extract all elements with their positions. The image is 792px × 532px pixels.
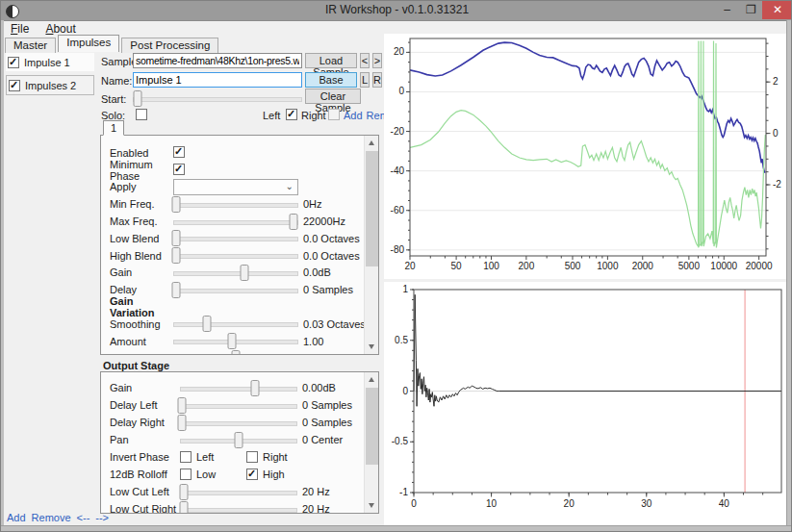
slider-track (180, 491, 297, 495)
param-slider[interactable] (173, 247, 298, 264)
scroll-up-arrow-icon[interactable] (365, 372, 379, 387)
sample-path-input[interactable] (133, 53, 302, 68)
option-checkbox[interactable] (180, 469, 192, 480)
slider-thumb[interactable] (178, 397, 187, 414)
param-slider[interactable] (173, 316, 298, 332)
impulse-checkbox[interactable] (9, 80, 20, 91)
slider-thumb[interactable] (178, 415, 187, 431)
param-value: 0Hz (298, 198, 322, 210)
slider-thumb[interactable] (228, 333, 237, 349)
svg-text:-1: -1 (399, 487, 408, 497)
scroll-down-arrow-icon[interactable] (365, 498, 379, 513)
param-row: Smoothing0.03 Octaves (101, 316, 378, 333)
frequency-response-chart[interactable]: 200-20-40-60-802050100200500100020005000… (384, 34, 786, 279)
param-label: Invert Phase (110, 451, 180, 463)
param-slider[interactable] (180, 380, 297, 396)
param-slider[interactable] (173, 282, 298, 298)
param-slider[interactable] (173, 333, 298, 349)
svg-text:20: 20 (394, 46, 405, 57)
param-checkbox[interactable] (173, 146, 185, 158)
slider-thumb[interactable] (251, 380, 260, 396)
slider-thumb[interactable] (235, 432, 243, 448)
slider-thumb[interactable] (171, 282, 180, 298)
param-slider[interactable] (173, 350, 298, 355)
minimize-button[interactable]: – (715, 1, 739, 19)
param-slider[interactable] (180, 484, 297, 500)
param-label: Gain (110, 382, 180, 393)
param-slider[interactable] (173, 214, 298, 230)
left-channel-button[interactable]: L (360, 72, 370, 88)
param-checkbox[interactable] (173, 164, 185, 175)
param-slider[interactable] (173, 265, 298, 281)
param-label: Enabled (110, 147, 173, 159)
start-slider[interactable] (133, 90, 302, 107)
right-checkbox[interactable] (328, 109, 340, 120)
slider-track (173, 289, 298, 293)
impulse-slot-tab-1[interactable]: 1 (103, 120, 124, 136)
output-stage-panel: Gain0.00dBDelay Left0 SamplesDelay Right… (100, 371, 379, 514)
svg-text:-80: -80 (391, 244, 405, 255)
start-slider-thumb[interactable] (134, 90, 142, 107)
param-slider[interactable] (180, 397, 297, 414)
slider-track (173, 254, 298, 259)
close-button[interactable]: ✕ (762, 1, 792, 19)
maximize-button[interactable]: ❐ (739, 1, 763, 19)
move-back-link[interactable]: <-- (77, 512, 90, 523)
option-checkbox[interactable] (246, 451, 258, 463)
slider-thumb[interactable] (241, 265, 249, 281)
impulse-response-chart[interactable]: 01020304010.50-0.5-1 (384, 282, 786, 525)
slider-thumb[interactable] (203, 316, 212, 332)
apply-dropdown[interactable]: ⌄ (173, 179, 298, 195)
scroll-down-arrow-icon[interactable] (365, 340, 379, 354)
param-row: Min Freq.0Hz (101, 195, 378, 213)
tab-impulses[interactable]: Impulses (58, 35, 119, 52)
param-slider[interactable] (173, 196, 298, 213)
solo-checkbox[interactable] (136, 109, 147, 120)
impulse-list-item[interactable]: Impulse 1 (6, 53, 94, 71)
impulse-checkbox[interactable] (8, 57, 19, 68)
param-label: Gain (110, 266, 173, 278)
clear-sample-button[interactable]: Clear Sample (305, 89, 361, 104)
left-checkbox[interactable] (286, 109, 297, 120)
param-slider[interactable] (180, 415, 297, 431)
params-scrollbar[interactable] (364, 136, 378, 354)
slider-thumb[interactable] (171, 230, 180, 246)
param-slider[interactable] (180, 432, 297, 448)
impulse-list-item[interactable]: Impulses 2 (6, 75, 94, 95)
title-bar[interactable]: IR Workshop - v0.1.0.31321 – ❐ ✕ (1, 1, 792, 21)
add-impulse-link[interactable]: Add (7, 512, 26, 523)
slider-thumb[interactable] (289, 214, 297, 230)
option-group: High (246, 469, 285, 480)
right-channel-button[interactable]: R (372, 72, 382, 88)
slider-thumb[interactable] (179, 484, 188, 500)
param-value: 0.0dB (298, 266, 331, 278)
option-checkbox[interactable] (180, 451, 192, 463)
option-label: Left (196, 451, 214, 463)
slider-thumb[interactable] (171, 247, 180, 264)
next-sample-button[interactable]: > (372, 53, 382, 68)
tab-post-processing[interactable]: Post Processing (121, 38, 218, 53)
param-row (101, 350, 378, 355)
params-scrollbar-thumb[interactable] (366, 151, 378, 266)
param-label: Amount (110, 336, 173, 347)
param-value: 0 Samples (297, 399, 352, 411)
impulse-name-input[interactable] (133, 72, 302, 88)
param-slider[interactable] (173, 230, 298, 246)
slider-thumb[interactable] (232, 350, 241, 355)
prev-sample-button[interactable]: < (360, 53, 370, 68)
option-checkbox[interactable] (246, 469, 258, 480)
remove-impulse-link[interactable]: Remove (32, 512, 71, 523)
svg-text:5000: 5000 (678, 261, 701, 271)
menu-file[interactable]: File (4, 21, 36, 37)
slider-thumb[interactable] (179, 501, 188, 515)
option-group: Low (180, 469, 216, 480)
output-scrollbar[interactable] (364, 372, 378, 513)
output-scrollbar-thumb[interactable] (366, 388, 378, 465)
param-slider[interactable] (180, 501, 297, 515)
slider-thumb[interactable] (171, 196, 180, 213)
add-slot-link[interactable]: Add (344, 110, 363, 121)
load-sample-button[interactable]: Load Sample (305, 53, 357, 68)
scroll-up-arrow-icon[interactable] (365, 136, 379, 150)
param-value: 0.03 Octaves (298, 318, 366, 330)
base-button[interactable]: Base (305, 72, 357, 88)
